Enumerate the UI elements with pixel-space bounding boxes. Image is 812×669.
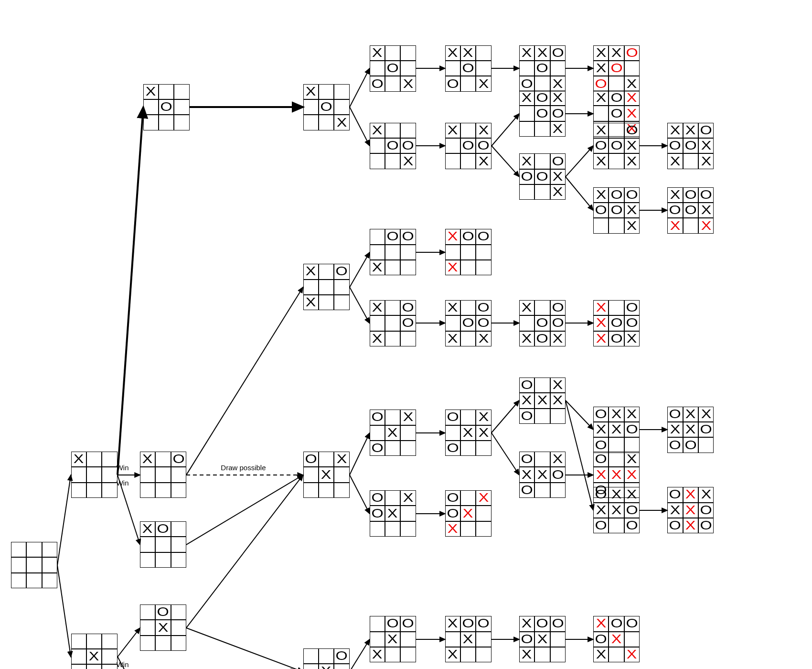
cell [476,76,491,91]
o-mark [596,519,606,532]
cell [667,138,683,153]
cell [534,467,550,482]
cell [26,557,42,572]
cell [534,90,550,106]
board-e42 [445,490,491,537]
o-mark [388,230,397,243]
cell [609,90,624,106]
cell [385,647,400,662]
cell [460,61,476,76]
cell [550,467,566,482]
cell [171,521,186,537]
o-mark [627,189,637,201]
cell [519,184,534,200]
cell [370,632,385,647]
cell [400,616,416,631]
board-a-corner [71,452,118,498]
cell [400,506,416,521]
cell [385,410,400,425]
cell [445,61,460,76]
cell [445,45,460,61]
cell [476,616,491,631]
cell [609,76,624,91]
edge-arrow [181,469,309,550]
o-mark [670,519,680,532]
o-mark [448,442,458,454]
x-mark [612,488,620,501]
cell [370,45,385,61]
board-d41 [370,410,416,456]
o-mark [537,617,547,630]
o-mark [522,379,532,391]
x-mark [523,394,531,407]
cell [171,604,186,620]
x-mark [554,453,562,465]
o-mark [627,317,637,329]
cell [519,169,534,184]
cell [667,407,683,422]
x-mark [538,633,546,646]
cell [624,138,640,153]
o-mark [627,47,637,59]
cell [155,620,171,635]
cell [445,138,460,153]
x-mark [322,665,330,669]
cell [319,280,334,295]
cell [667,218,683,233]
o-mark [522,484,532,496]
cell [171,467,186,482]
cell [155,467,171,482]
cell [624,437,640,453]
x-mark [597,302,605,314]
o-mark [522,633,532,646]
cell [370,300,385,315]
cell [460,300,476,315]
svg-line-1 [57,565,71,657]
cell [534,409,550,424]
cell [593,632,609,647]
cell [370,229,385,244]
svg-line-34 [491,400,519,433]
o-mark [627,519,637,532]
cell [445,229,460,244]
cell [445,521,460,537]
cell [155,452,171,467]
o-mark [537,108,547,120]
cell [370,315,385,331]
cell [534,378,550,393]
cell [400,123,416,138]
x-mark [480,427,488,439]
cell [550,76,566,91]
cell [476,410,491,425]
x-mark [628,204,636,216]
x-mark [523,47,531,59]
cell [460,425,476,441]
cell [385,153,400,169]
x-mark [702,155,710,168]
x-mark [373,47,381,59]
x-mark [628,453,636,465]
cell [159,115,174,130]
x-mark [597,124,605,137]
cell [609,467,624,482]
cell [71,483,86,498]
o-mark [448,507,458,520]
svg-line-18 [350,433,370,475]
cell [303,467,319,482]
cell [171,620,186,635]
cell [319,295,334,310]
cell [593,203,609,218]
x-mark [628,108,636,120]
cell [593,647,609,662]
x-mark [449,47,457,59]
cell [400,138,416,153]
cell [319,483,334,498]
x-mark [597,333,605,345]
cell [550,647,566,662]
cell [174,115,189,130]
x-mark [373,648,381,661]
x-mark [388,633,396,646]
cell [303,264,319,279]
cell [445,490,460,506]
x-mark [597,47,605,59]
